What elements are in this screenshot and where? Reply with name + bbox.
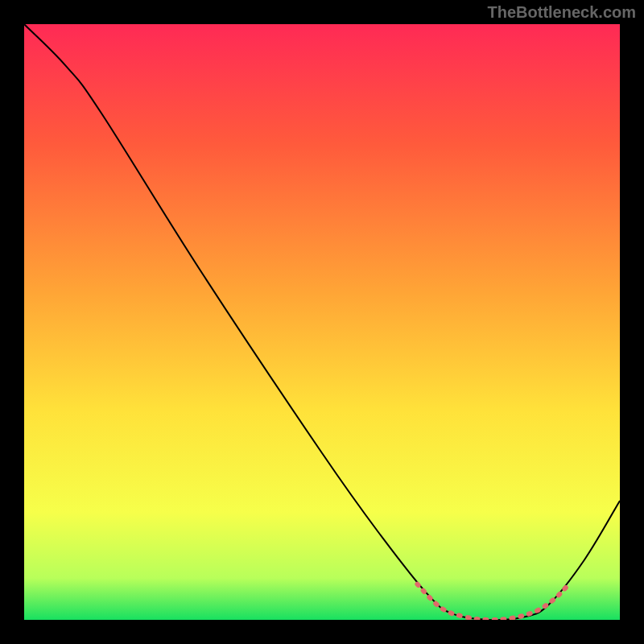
- gradient-background: [24, 24, 620, 620]
- watermark-text: TheBottleneck.com: [488, 3, 636, 22]
- chart-area: [24, 24, 620, 620]
- chart-svg: [24, 24, 620, 620]
